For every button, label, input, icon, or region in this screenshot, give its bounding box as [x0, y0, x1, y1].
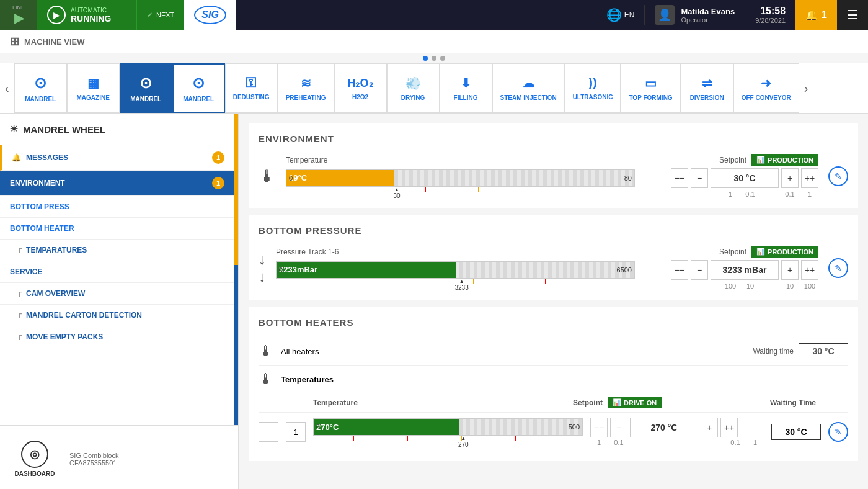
sig-logo-text: SIG: [194, 6, 226, 24]
track-1-setpoint-area: −− − 270 °C + ++ 1 0.1 0.1 1: [590, 418, 764, 446]
bell-count: 1: [822, 9, 827, 20]
pressure-setpoint-area: Setpoint 📊 PRODUCTION −− − 3233 mBar +: [645, 246, 818, 290]
sidebar-sub-move-empty-packs[interactable]: MOVE EMPTY PACKS: [0, 326, 234, 348]
sidebar-section-service[interactable]: SERVICE: [0, 261, 234, 283]
sidebar-item-bottom-press[interactable]: BOTTOM PRESS: [0, 196, 234, 218]
pressure-chart-icon: 📊: [756, 248, 765, 256]
pressure-gauge: 3233mBar 0 6500 ▲ 3233: [276, 261, 635, 289]
pressure-stepper-steps: 100 10 10 100: [722, 282, 818, 290]
temp-increment-large[interactable]: ++: [801, 168, 818, 188]
run-text: AUTOMATIC RUNNING: [71, 7, 111, 24]
setpoint-label: Setpoint: [719, 156, 746, 164]
t1-step-01: 0.1: [610, 439, 627, 446]
temp-decrement-small[interactable]: −: [691, 168, 708, 188]
temp-marker-value: 30: [394, 192, 401, 199]
t1-decrement-large[interactable]: −−: [590, 418, 608, 437]
t1-decrement-small[interactable]: −: [610, 418, 627, 437]
temp-increment-small[interactable]: +: [781, 168, 799, 188]
tab-off-conveyor[interactable]: ➜ OFF CONVEYOR: [733, 63, 799, 113]
track-1-marker: ▲ 270: [458, 436, 469, 448]
step-mid: [761, 191, 779, 198]
track-header-waiting: Waiting Time: [754, 398, 816, 407]
track-header-setpoint-area: Setpoint 📊 DRIVE ON: [573, 397, 746, 408]
tab-dedusting[interactable]: ⚿ DEDUSTING: [225, 63, 278, 113]
current-time: 15:58: [760, 6, 786, 17]
pressure-max: 6500: [617, 266, 632, 274]
sidebar-item-environment[interactable]: ENVIRONMENT 1: [0, 171, 234, 196]
sidebar-sub-cam-overview[interactable]: CAM OVERVIEW: [0, 283, 234, 305]
tab-h2o2[interactable]: H₂O₂ H2O2: [334, 63, 387, 113]
t1-step-1: 1: [590, 439, 608, 446]
pressure-icon: ↓ ↓: [259, 251, 266, 285]
temp-decrement-large[interactable]: −−: [671, 168, 688, 188]
tab-ultrasonic[interactable]: )) ULTRASONIC: [565, 63, 621, 113]
track-1-marker-value: 270: [458, 441, 469, 448]
pressure-min: 0: [279, 266, 283, 274]
heater-thermo-icon: 🌡: [259, 343, 273, 360]
tab-mandrel-2[interactable]: ⊙ MANDREL: [120, 63, 172, 113]
press-increment-large[interactable]: ++: [801, 260, 818, 280]
tab-mandrel-1[interactable]: ⊙ MANDREL: [14, 63, 67, 113]
tab-magazine-icon: ▦: [87, 76, 99, 91]
tab-top-forming-label: TOP FORMING: [629, 94, 672, 101]
press-step-10: 10: [742, 282, 759, 290]
waiting-value-box: 30 °C: [799, 343, 848, 359]
t1-step-1-right: 1: [746, 439, 764, 446]
sidebar: ✳ MANDREL WHEEL 🔔 MESSAGES 1 ENVIRONMENT: [0, 114, 239, 489]
header-left: LINE ▶ ▶ AUTOMATIC RUNNING ✓ NEXT SIG: [0, 0, 236, 30]
step-01-right: 0.1: [781, 191, 799, 198]
sidebar-item-messages[interactable]: 🔔 MESSAGES 1: [0, 145, 234, 171]
tab-top-forming[interactable]: ▭ TOP FORMING: [621, 63, 680, 113]
tab-diversion[interactable]: ⇌ DIVERSION: [681, 63, 733, 113]
press-decrement-large[interactable]: −−: [671, 260, 688, 280]
tab-drying[interactable]: 💨 DRYING: [387, 63, 440, 113]
tab-preheating-label: PREHEATING: [286, 94, 326, 101]
temperature-fill: 19°C: [286, 170, 394, 186]
pressure-label: Pressure Track 1-6: [276, 248, 635, 256]
play-button[interactable]: ▶: [47, 6, 66, 24]
temp-max: 80: [624, 174, 632, 182]
t1-setpoint-value: 270 °C: [630, 418, 698, 437]
temp-edit-button[interactable]: ✎: [828, 166, 848, 186]
machine-view-title: MACHINE VIEW: [24, 37, 85, 47]
tab-mandrel-1-label: MANDREL: [25, 96, 56, 102]
t1-increment-large[interactable]: ++: [720, 418, 738, 437]
tab-filling[interactable]: ⬇ FILLING: [440, 63, 492, 113]
tab-filling-icon: ⬇: [461, 76, 471, 91]
tab-next-button[interactable]: ›: [799, 63, 813, 113]
sidebar-item-bottom-heater[interactable]: BOTTOM HEATER: [0, 218, 234, 240]
press-decrement-small[interactable]: −: [691, 260, 708, 280]
chart-icon: 📊: [756, 156, 765, 164]
press-red-tick-1: [330, 279, 330, 284]
press-edit-button[interactable]: ✎: [828, 258, 848, 278]
machine-view-section: ⊞ MACHINE VIEW ‹ ⊙ MANDREL ▦ MAGAZINE ⊙ …: [0, 30, 868, 114]
current-date: 9/28/2021: [755, 17, 786, 24]
tab-dot-2: [432, 56, 436, 61]
pressure-stepper: −− − 3233 mBar + ++: [671, 260, 818, 280]
header-menu-button[interactable]: ☰: [837, 0, 868, 30]
tabs-list: ⊙ MANDREL ▦ MAGAZINE ⊙ MANDREL ⊙ MANDREL…: [14, 63, 799, 113]
track-1-edit-button[interactable]: ✎: [828, 422, 848, 442]
track-1-checkbox[interactable]: [259, 422, 278, 442]
tab-steam-injection[interactable]: ☁ STEAM INJECTION: [492, 63, 565, 113]
header-language[interactable]: 🌐 EN: [596, 7, 645, 22]
pressure-gauge-wrapper: Pressure Track 1-6 3233mBar 0 6500 ▲: [276, 248, 635, 289]
automatic-label: AUTOMATIC: [71, 7, 111, 14]
header-bell[interactable]: 🔔 1: [795, 0, 837, 30]
t1-tick-4: [515, 436, 516, 441]
tab-prev-button[interactable]: ‹: [0, 63, 14, 113]
track-header: Temperature Setpoint 📊 DRIVE ON Waiting …: [259, 393, 848, 413]
environment-section: ENVIRONMENT 🌡 Temperature 19°C 0 80: [249, 123, 858, 208]
temperature-setpoint-area: Setpoint 📊 PRODUCTION −− − 30 °C +: [645, 154, 818, 198]
press-increment-small[interactable]: +: [781, 260, 799, 280]
tab-steam-icon: ☁: [522, 76, 534, 91]
sidebar-sub-temparatures[interactable]: TEMPARATURES: [0, 240, 234, 261]
tab-mandrel-3[interactable]: ⊙ MANDREL: [172, 63, 225, 113]
tab-magazine[interactable]: ▦ MAGAZINE: [67, 63, 120, 113]
t1-increment-small[interactable]: +: [701, 418, 718, 437]
sidebar-sub-mandrel-carton[interactable]: MANDREL CARTON DETECTION: [0, 305, 234, 326]
main-content: ✳ MANDREL WHEEL 🔔 MESSAGES 1 ENVIRONMENT: [0, 114, 868, 489]
dashboard-button[interactable]: ◎ DASHBOARD: [10, 431, 60, 487]
press-yellow-tick-1: [473, 279, 474, 284]
tab-preheating[interactable]: ≋ PREHEATING: [278, 63, 334, 113]
